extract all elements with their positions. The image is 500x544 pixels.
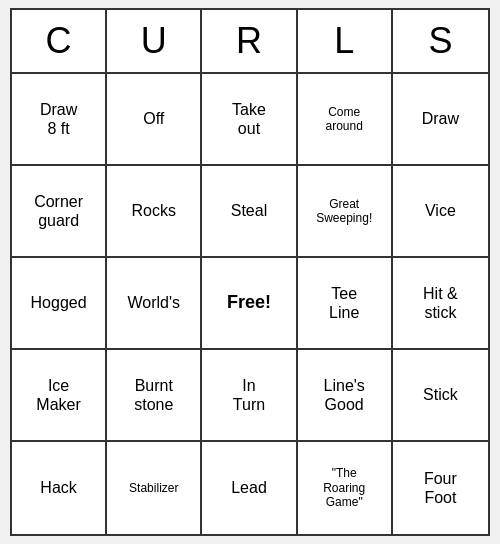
cell-0-0: Draw8 ft: [12, 74, 107, 166]
cell-3-3: Line'sGood: [298, 350, 393, 442]
cell-3-4: Stick: [393, 350, 488, 442]
cell-3-1: Burntstone: [107, 350, 202, 442]
cell-3-2: InTurn: [202, 350, 297, 442]
cell-1-2: Steal: [202, 166, 297, 258]
cell-4-2: Lead: [202, 442, 297, 534]
cell-2-0: Hogged: [12, 258, 107, 350]
cell-4-0: Hack: [12, 442, 107, 534]
cell-4-1: Stabilizer: [107, 442, 202, 534]
header-c: C: [12, 10, 107, 72]
cell-2-3: TeeLine: [298, 258, 393, 350]
cell-4-4: FourFoot: [393, 442, 488, 534]
header-u: U: [107, 10, 202, 72]
bingo-grid: Draw8 ft Off Takeout Comearound Draw Cor…: [12, 74, 488, 534]
cell-1-0: Cornerguard: [12, 166, 107, 258]
header-r: R: [202, 10, 297, 72]
cell-0-4: Draw: [393, 74, 488, 166]
cell-1-1: Rocks: [107, 166, 202, 258]
bingo-card: C U R L S Draw8 ft Off Takeout Comearoun…: [10, 8, 490, 536]
cell-0-1: Off: [107, 74, 202, 166]
cell-3-0: IceMaker: [12, 350, 107, 442]
cell-0-2: Takeout: [202, 74, 297, 166]
cell-2-2-free: Free!: [202, 258, 297, 350]
header-l: L: [298, 10, 393, 72]
cell-0-3: Comearound: [298, 74, 393, 166]
bingo-header: C U R L S: [12, 10, 488, 74]
cell-2-1: World's: [107, 258, 202, 350]
cell-1-4: Vice: [393, 166, 488, 258]
cell-4-3: "TheRoaringGame": [298, 442, 393, 534]
cell-1-3: GreatSweeping!: [298, 166, 393, 258]
header-s: S: [393, 10, 488, 72]
cell-2-4: Hit &stick: [393, 258, 488, 350]
